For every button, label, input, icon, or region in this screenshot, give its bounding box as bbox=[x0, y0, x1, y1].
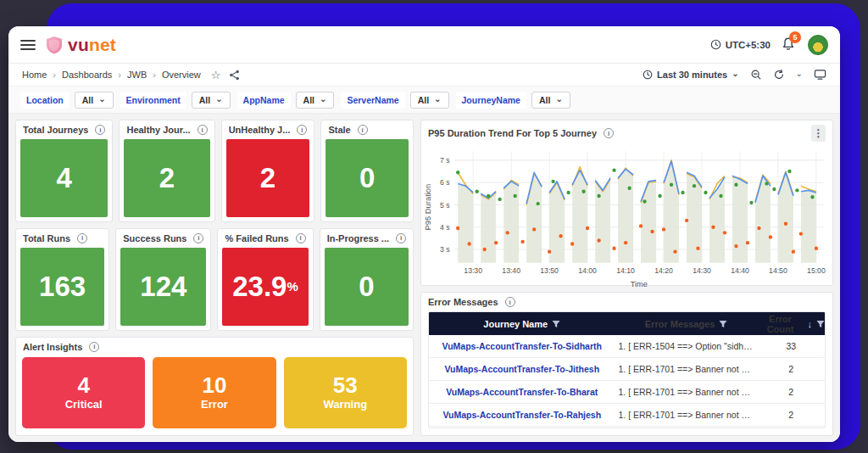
info-icon[interactable] bbox=[77, 233, 87, 243]
filter-funnel-icon[interactable] bbox=[719, 320, 727, 328]
notifications-button[interactable]: 5 bbox=[781, 36, 798, 53]
svg-text:13:40: 13:40 bbox=[502, 266, 520, 275]
filter-label[interactable]: Environment bbox=[120, 92, 186, 109]
timezone-indicator[interactable]: UTC+5:30 bbox=[710, 39, 771, 50]
filter-group-journeyname: JourneyNameAll bbox=[456, 92, 570, 109]
stat-tile: 0 bbox=[326, 139, 409, 217]
clock-icon bbox=[710, 39, 721, 50]
sort-desc-icon[interactable]: ↓ bbox=[807, 319, 812, 329]
dashboard-window: vunet UTC+5:30 5 Home›Dashboards›JWB›Ove bbox=[8, 26, 840, 442]
table-row[interactable]: VuMaps-AccountTransfer-To-Rahjesh1. [ ER… bbox=[429, 404, 825, 427]
error-count-cell: 33 bbox=[758, 341, 825, 351]
filter-group-location: LocationAll bbox=[20, 92, 114, 109]
table-row[interactable]: VuMaps-AccountTransfer-To-Bharat1. [ ERR… bbox=[429, 381, 825, 404]
stat-value: 0 bbox=[359, 162, 375, 194]
svg-text:13:50: 13:50 bbox=[540, 266, 559, 275]
stat-value: 4 bbox=[57, 162, 72, 194]
alert-insights-title: Alert Insights bbox=[23, 342, 82, 352]
p95-chart-svg: 3 s4 s5 s6 s7 s13:3013:4013:5014:0014:10… bbox=[423, 144, 829, 289]
journey-name-link[interactable]: VuMaps-AccountTransfer-To-Rahjesh bbox=[442, 410, 601, 420]
refresh-icon bbox=[773, 69, 785, 81]
info-icon[interactable] bbox=[396, 233, 406, 243]
stat-panel-title: % Failed Runs bbox=[225, 233, 288, 243]
time-range-picker[interactable]: Last 30 minutes bbox=[643, 70, 739, 80]
logo-text: vunet bbox=[68, 35, 116, 55]
filter-select[interactable]: All bbox=[296, 92, 335, 109]
refresh-interval-chevron-icon[interactable] bbox=[796, 70, 803, 80]
table-header-row: Journey NameError MessagesError Count↓ bbox=[429, 312, 825, 335]
stat-tile: 124 bbox=[120, 248, 206, 326]
svg-text:14:40: 14:40 bbox=[731, 266, 749, 275]
info-icon[interactable] bbox=[95, 125, 105, 135]
stat-suffix: % bbox=[287, 279, 298, 294]
menu-hamburger-icon[interactable] bbox=[20, 40, 36, 50]
navigation-bar: Home›Dashboards›JWB›Overview ☆ Last 30 m… bbox=[8, 64, 840, 87]
journey-name-link[interactable]: VuMaps-AccountTransfer-To-Sidharth bbox=[442, 341, 602, 351]
info-icon[interactable] bbox=[358, 125, 368, 135]
notification-count-badge: 5 bbox=[789, 31, 801, 43]
breadcrumb-item-home[interactable]: Home bbox=[22, 70, 47, 80]
vunet-logo[interactable]: vunet bbox=[46, 35, 116, 55]
svg-text:6 s: 6 s bbox=[440, 178, 450, 187]
alert-value: 10 bbox=[203, 374, 227, 396]
filter-select[interactable]: All bbox=[192, 92, 231, 109]
filter-label[interactable]: Location bbox=[20, 92, 70, 109]
info-icon[interactable] bbox=[505, 297, 515, 307]
breadcrumb-item-dashboards[interactable]: Dashboards bbox=[62, 70, 112, 80]
filter-label[interactable]: JourneyName bbox=[456, 92, 526, 109]
user-avatar[interactable] bbox=[808, 35, 828, 55]
share-icon[interactable] bbox=[229, 70, 240, 81]
stat-value: 163 bbox=[39, 271, 86, 303]
chevron-down-icon bbox=[98, 95, 105, 105]
svg-text:3 s: 3 s bbox=[440, 245, 450, 254]
chevron-down-icon bbox=[434, 95, 441, 105]
info-icon[interactable] bbox=[198, 125, 208, 135]
stat-panel: Total Journeys4 bbox=[15, 120, 113, 222]
filter-group-servername: ServerNameAll bbox=[341, 92, 448, 109]
stat-value: 2 bbox=[260, 162, 275, 194]
breadcrumb-item-overview[interactable]: Overview bbox=[162, 70, 201, 80]
alert-label: Error bbox=[201, 398, 228, 411]
svg-text:14:50: 14:50 bbox=[769, 266, 787, 275]
stat-panel: UnHealthy J...2 bbox=[221, 120, 315, 222]
stat-value: 23.9 bbox=[232, 271, 287, 303]
info-icon[interactable] bbox=[89, 342, 99, 352]
error-message-cell: 1. [ ERR-1701 ==> Banner not visi... bbox=[615, 387, 757, 397]
panel-menu-kebab-icon[interactable] bbox=[811, 125, 826, 142]
info-icon[interactable] bbox=[604, 128, 614, 138]
alert-tile-warning: 53Warning bbox=[284, 357, 407, 428]
filter-group-environment: EnvironmentAll bbox=[120, 92, 231, 109]
p95-chart: 3 s4 s5 s6 s7 s13:3013:4013:5014:0014:10… bbox=[421, 144, 832, 291]
filter-select[interactable]: All bbox=[75, 92, 114, 109]
journey-name-link[interactable]: VuMaps-AccountTransfer-To-Bharat bbox=[446, 387, 598, 397]
chevron-down-icon bbox=[555, 95, 562, 105]
filter-select[interactable]: All bbox=[410, 92, 449, 109]
info-icon[interactable] bbox=[296, 233, 306, 243]
tv-mode-button[interactable] bbox=[814, 69, 826, 81]
journey-name-link[interactable]: VuMaps-AccountTransfer-To-Jithesh bbox=[444, 364, 599, 374]
info-icon[interactable] bbox=[297, 125, 307, 135]
stat-row-runs: Total Runs163Success Runs124% Failed Run… bbox=[15, 228, 414, 331]
stat-panel: In-Progress ...0 bbox=[320, 228, 414, 331]
svg-text:13:30: 13:30 bbox=[464, 266, 482, 275]
favorite-star-icon[interactable]: ☆ bbox=[211, 70, 221, 81]
filter-label[interactable]: ServerName bbox=[341, 92, 404, 109]
chevron-down-icon bbox=[320, 95, 326, 105]
refresh-button[interactable] bbox=[773, 69, 785, 81]
journey-name-cell: VuMaps-AccountTransfer-To-Rahjesh bbox=[429, 410, 615, 420]
chevron-down-icon bbox=[215, 95, 222, 105]
breadcrumb-item-jwb[interactable]: JWB bbox=[127, 70, 147, 80]
svg-text:14:10: 14:10 bbox=[616, 266, 635, 275]
zoom-out-button[interactable] bbox=[750, 69, 762, 81]
svg-text:Time: Time bbox=[631, 280, 648, 288]
filter-select[interactable]: All bbox=[531, 92, 570, 109]
filter-label[interactable]: AppName bbox=[237, 92, 291, 109]
table-row[interactable]: VuMaps-AccountTransfer-To-Sidharth1. [ E… bbox=[429, 335, 825, 358]
info-icon[interactable] bbox=[193, 233, 203, 243]
alert-tile-critical: 4Critical bbox=[22, 357, 145, 428]
filter-funnel-icon[interactable] bbox=[816, 320, 825, 328]
breadcrumb: Home›Dashboards›JWB›Overview bbox=[22, 70, 201, 80]
alert-insights-panel: Alert Insights 4Critical10Error53Warning bbox=[15, 337, 414, 436]
filter-funnel-icon[interactable] bbox=[552, 320, 560, 328]
table-row[interactable]: VuMaps-AccountTransfer-To-Jithesh1. [ ER… bbox=[429, 358, 825, 381]
